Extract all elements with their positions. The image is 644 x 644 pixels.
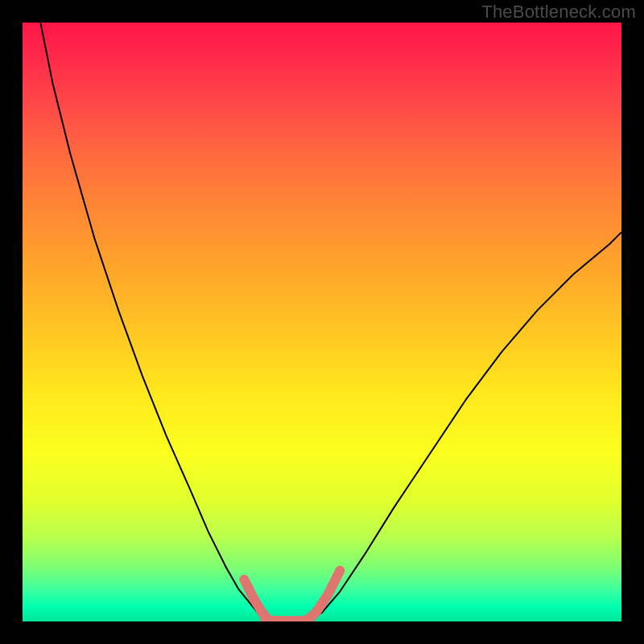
watermark-text: TheBottleneck.com xyxy=(481,2,636,23)
plot-area xyxy=(23,23,621,621)
chart-frame: TheBottleneck.com xyxy=(0,0,644,644)
series-pink-right-tail xyxy=(307,571,340,621)
curves-svg xyxy=(23,23,621,621)
series-right-curve xyxy=(310,232,621,620)
series-left-curve xyxy=(40,23,265,621)
